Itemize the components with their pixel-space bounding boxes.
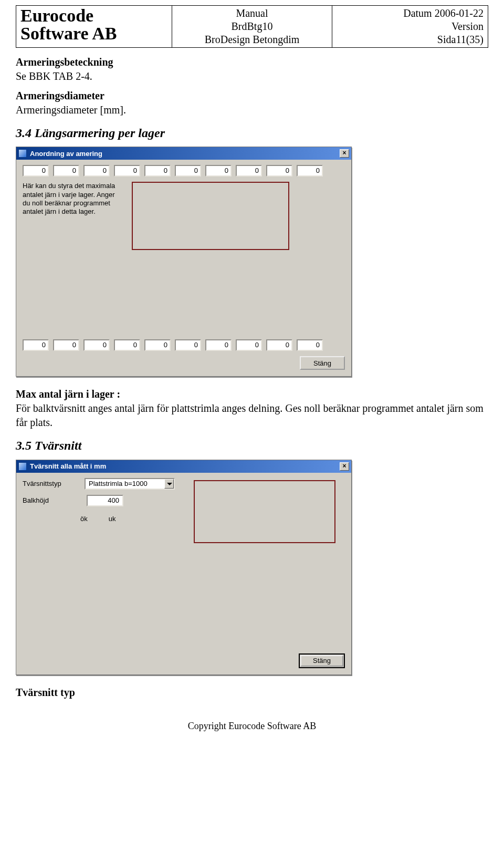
dialog-anordning: Anordning av amering × 0 0 0 0 0 0 0 0 0… [16, 147, 352, 377]
top-input-9[interactable]: 0 [297, 165, 323, 176]
armeringsbeteckning-heading: Armeringsbeteckning [16, 55, 488, 69]
titlebar[interactable]: Tvärsnitt alla mått i mm × [16, 460, 351, 473]
help-text: Här kan du styra det maximala antalet jä… [23, 182, 117, 250]
max-antal-text: För balktvärsnitt anges antal järn för p… [16, 401, 488, 430]
top-input-4[interactable]: 0 [144, 165, 171, 176]
top-input-3[interactable]: 0 [114, 165, 140, 176]
dialog-title: Tvärsnitt alla mått i mm [30, 462, 106, 470]
tvarsnitt-typ-heading: Tvärsnitt typ [16, 686, 488, 700]
ok-label: ök [80, 515, 88, 523]
balkhojd-input[interactable]: 400 [87, 495, 123, 506]
app-icon [18, 149, 27, 158]
section-3-4-heading: 3.4 Längsarmering per lager [16, 124, 488, 141]
company-name-line2: Software AB [20, 25, 167, 43]
uk-label: uk [109, 515, 116, 523]
dialog-tvarsnitt: Tvärsnitt alla mått i mm × Tvärsnittstyp… [16, 460, 352, 675]
bottom-input-row: 0 0 0 0 0 0 0 0 0 0 [23, 339, 345, 351]
combo-value: Plattstrimla b=1000 [86, 480, 164, 487]
page-header-table: Eurocode Software AB Manual BrdBtg10 Bro… [16, 5, 488, 48]
tvarsnittstyp-combo[interactable]: Plattstrimla b=1000 [85, 478, 175, 490]
bottom-input-4[interactable]: 0 [144, 339, 171, 351]
close-icon[interactable]: × [340, 149, 349, 158]
top-input-2[interactable]: 0 [83, 165, 110, 176]
bottom-input-3[interactable]: 0 [114, 339, 140, 351]
dialog-title: Anordning av amering [30, 150, 102, 158]
page-footer: Copyright Eurocode Software AB [16, 721, 488, 732]
manual-line2: BrdBtg10 [176, 20, 328, 33]
app-icon [18, 462, 27, 471]
tvarsnitt-canvas [194, 480, 335, 543]
armeringsdiameter-text: Armeringsdiameter [mm]. [16, 103, 488, 117]
bottom-input-5[interactable]: 0 [175, 339, 201, 351]
top-input-5[interactable]: 0 [175, 165, 201, 176]
dialog-close-button[interactable]: Stäng [300, 356, 345, 370]
bottom-input-8[interactable]: 0 [266, 339, 292, 351]
bottom-input-9[interactable]: 0 [297, 339, 323, 351]
max-antal-heading: Max antal järn i lager : [16, 387, 488, 401]
balkhojd-label: Balkhöjd [23, 496, 80, 504]
date-line: Datum 2006-01-22 [337, 7, 484, 20]
bottom-input-6[interactable]: 0 [205, 339, 232, 351]
top-input-8[interactable]: 0 [266, 165, 292, 176]
section-3-5-heading: 3.5 Tvärsnitt [16, 437, 488, 454]
armeringsdiameter-heading: Armeringsdiameter [16, 89, 488, 103]
top-input-7[interactable]: 0 [236, 165, 262, 176]
bottom-input-0[interactable]: 0 [23, 339, 49, 351]
chevron-down-icon[interactable] [164, 479, 174, 489]
bottom-input-1[interactable]: 0 [53, 339, 79, 351]
close-icon[interactable]: × [340, 462, 349, 471]
version-line: Version [337, 20, 484, 33]
company-name-line1: Eurocode [20, 7, 167, 25]
top-input-row: 0 0 0 0 0 0 0 0 0 0 [23, 165, 345, 176]
preview-canvas [132, 182, 289, 250]
titlebar[interactable]: Anordning av amering × [16, 147, 351, 160]
tvarsnittstyp-label: Tvärsnittstyp [23, 480, 78, 487]
top-input-0[interactable]: 0 [23, 165, 49, 176]
dialog-close-default-button[interactable]: Stäng [299, 653, 345, 668]
bottom-input-7[interactable]: 0 [236, 339, 262, 351]
bottom-input-2[interactable]: 0 [83, 339, 110, 351]
page-line: Sida11(35) [337, 33, 484, 46]
top-input-1[interactable]: 0 [53, 165, 79, 176]
manual-line3: BroDesign Betongdim [176, 33, 328, 46]
top-input-6[interactable]: 0 [205, 165, 232, 176]
armeringsbeteckning-text: Se BBK TAB 2-4. [16, 69, 488, 84]
manual-line1: Manual [176, 7, 328, 20]
